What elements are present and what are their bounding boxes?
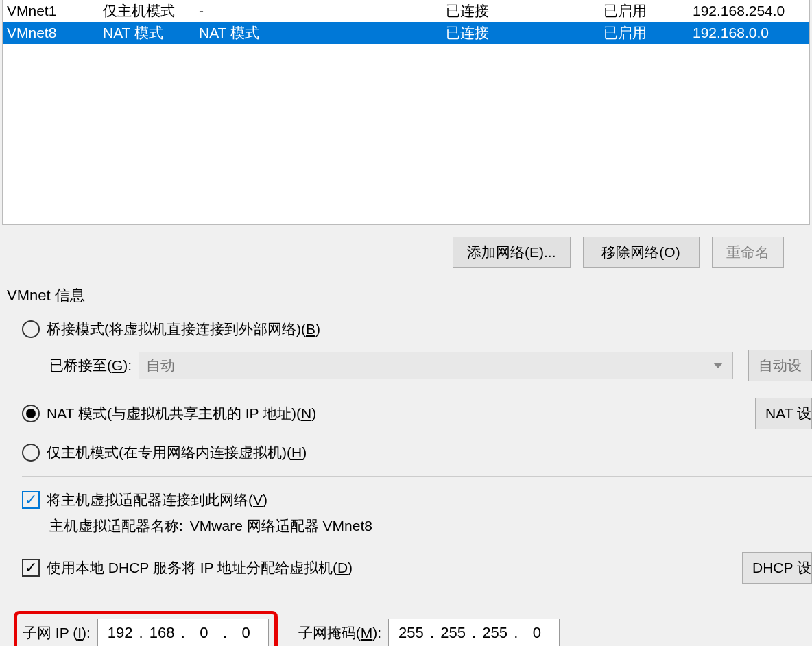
cell-subnet: 192.168.254.0 bbox=[693, 3, 809, 19]
bridged-select-value: 自动 bbox=[146, 356, 175, 375]
radio-icon bbox=[22, 405, 40, 422]
ip-octet[interactable]: 255 bbox=[478, 624, 512, 642]
table-row[interactable]: VMnet8 NAT 模式 NAT 模式 已连接 已启用 192.168.0.0 bbox=[3, 22, 809, 44]
cell-name: VMnet1 bbox=[7, 3, 103, 19]
cell-dhcp: 已启用 bbox=[604, 1, 693, 21]
connect-host-adapter-checkbox[interactable]: ✓ 将主机虚拟适配器连接到此网络(V) bbox=[22, 483, 812, 516]
subnet-ip-input[interactable]: 192. 168. 0. 0 bbox=[97, 619, 269, 646]
cell-name: VMnet8 bbox=[7, 25, 103, 41]
nat-mode-radio[interactable]: NAT 模式(与虚拟机共享主机的 IP 地址)(N) bbox=[22, 404, 316, 423]
subnet-mask-input[interactable]: 255. 255. 255. 0 bbox=[388, 619, 560, 646]
subnet-mask-label: 子网掩码(M): bbox=[298, 623, 381, 643]
cell-ext: - bbox=[199, 3, 446, 19]
ip-octet[interactable]: 168 bbox=[145, 624, 179, 642]
cell-subnet: 192.168.0.0 bbox=[693, 25, 809, 41]
bridge-mode-label: 桥接模式(将虚拟机直接连接到外部网络)(B) bbox=[47, 320, 320, 339]
bridged-to-select[interactable]: 自动 bbox=[139, 352, 733, 379]
ip-octet[interactable]: 255 bbox=[436, 624, 470, 642]
network-table[interactable]: VMnet1 仅主机模式 - 已连接 已启用 192.168.254.0 VMn… bbox=[2, 0, 810, 225]
host-adapter-name-value: VMware 网络适配器 VMnet8 bbox=[190, 516, 372, 536]
ip-octet[interactable]: 0 bbox=[187, 624, 221, 642]
bridged-to-label: 已桥接至(G): bbox=[49, 356, 132, 375]
cell-ext: NAT 模式 bbox=[199, 23, 446, 43]
ip-octet[interactable]: 0 bbox=[229, 624, 263, 642]
bridge-mode-radio[interactable]: 桥接模式(将虚拟机直接连接到外部网络)(B) bbox=[22, 313, 812, 346]
hostonly-mode-radio[interactable]: 仅主机模式(在专用网络内连接虚拟机)(H) bbox=[22, 436, 812, 469]
cell-conn: 已连接 bbox=[446, 1, 604, 21]
cell-type: 仅主机模式 bbox=[103, 1, 199, 21]
nat-mode-label: NAT 模式(与虚拟机共享主机的 IP 地址)(N) bbox=[47, 404, 316, 423]
table-row[interactable]: VMnet1 仅主机模式 - 已连接 已启用 192.168.254.0 bbox=[3, 0, 809, 22]
connect-host-adapter-label: 将主机虚拟适配器连接到此网络(V) bbox=[47, 490, 267, 510]
vmnet-info-title: VMnet 信息 bbox=[0, 280, 812, 313]
checkbox-icon: ✓ bbox=[22, 559, 40, 577]
host-adapter-name-label: 主机虚拟适配器名称: bbox=[49, 516, 183, 536]
hostonly-mode-label: 仅主机模式(在专用网络内连接虚拟机)(H) bbox=[47, 443, 307, 462]
subnet-ip-highlight: 子网 IP (I): 192. 168. 0. 0 bbox=[14, 611, 278, 646]
cell-type: NAT 模式 bbox=[103, 23, 199, 43]
remove-network-button[interactable]: 移除网络(O) bbox=[583, 237, 700, 268]
use-dhcp-checkbox[interactable]: ✓ 使用本地 DHCP 服务将 IP 地址分配给虚拟机(D) bbox=[22, 558, 353, 577]
radio-icon bbox=[22, 444, 40, 462]
auto-settings-button[interactable]: 自动设 bbox=[748, 350, 812, 381]
add-network-button[interactable]: 添加网络(E)... bbox=[453, 237, 571, 268]
ip-octet[interactable]: 0 bbox=[520, 624, 554, 642]
subnet-ip-label: 子网 IP (I): bbox=[23, 623, 91, 643]
use-dhcp-label: 使用本地 DHCP 服务将 IP 地址分配给虚拟机(D) bbox=[47, 558, 353, 577]
ip-octet[interactable]: 255 bbox=[394, 624, 428, 642]
cell-conn: 已连接 bbox=[446, 23, 604, 43]
ip-octet[interactable]: 192 bbox=[103, 624, 137, 642]
checkbox-icon: ✓ bbox=[22, 491, 40, 509]
nat-settings-button[interactable]: NAT 设 bbox=[755, 398, 812, 429]
rename-network-button[interactable]: 重命名 bbox=[712, 237, 784, 268]
radio-icon bbox=[22, 320, 40, 338]
dhcp-settings-button[interactable]: DHCP 设 bbox=[742, 552, 812, 584]
cell-dhcp: 已启用 bbox=[604, 23, 693, 43]
